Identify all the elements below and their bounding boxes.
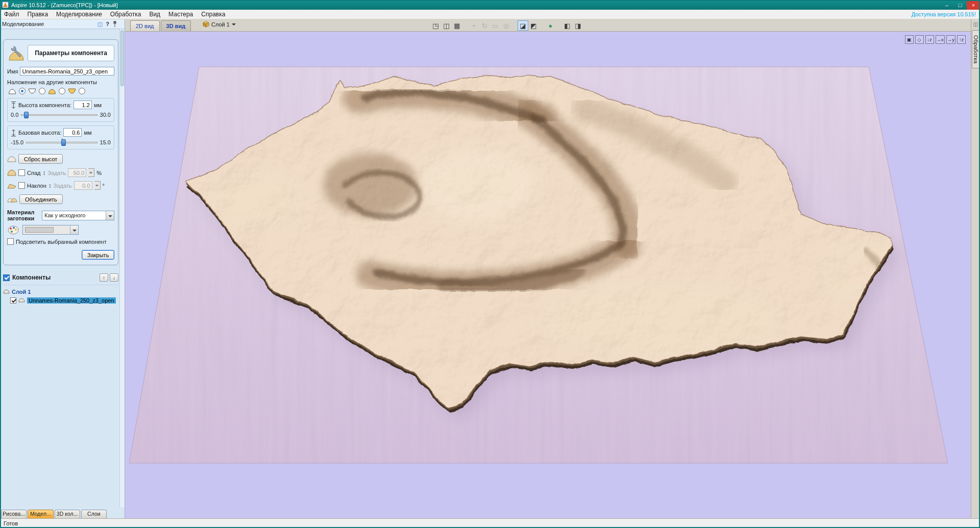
combine-merge-low-radio[interactable] (79, 88, 85, 94)
combine-subtract-icon[interactable] (28, 88, 36, 94)
split-view-h-icon[interactable]: ◧ (562, 20, 573, 31)
move-up-button[interactable]: ↑ (100, 273, 108, 282)
strip-dock-icon[interactable]: ◫ (973, 21, 978, 27)
palette-icon[interactable] (7, 225, 20, 235)
component-name-input[interactable] (20, 67, 114, 76)
fade-spinner[interactable] (88, 168, 94, 177)
fade-unit: % (96, 170, 102, 176)
multi-view-icon[interactable]: ◫ (441, 20, 452, 31)
update-version-link[interactable]: Доступна версия 10.515! (912, 11, 980, 17)
view-side-icon[interactable]: →y (946, 35, 955, 44)
menu-item-view[interactable]: Вид (145, 10, 164, 19)
tab-3d-view[interactable]: 3D вид (161, 20, 191, 31)
combine-merge-high-radio[interactable] (59, 88, 65, 94)
combine-merge-high-icon[interactable] (48, 88, 56, 94)
combine-merge-low-icon[interactable] (68, 88, 76, 94)
combine-add-radio[interactable] (19, 88, 26, 94)
grid-icon[interactable]: ▦ (452, 20, 462, 31)
viewport-toolbar: 2D вид 3D вид Слой 1 ◳ ◫ ▦ + ↻ ▭ (125, 19, 971, 32)
components-title: Компоненты (12, 274, 51, 281)
tilt-value-input[interactable] (74, 181, 92, 190)
merge-button[interactable]: Объединить (19, 194, 63, 204)
height-input[interactable] (74, 100, 92, 109)
pan-icon[interactable]: + (469, 20, 479, 31)
panel-scrollbar-thumb[interactable] (120, 30, 124, 86)
shaded-view-icon[interactable]: ◪ (518, 20, 528, 31)
material-select[interactable]: Как у исходного (42, 211, 114, 220)
panel-scrollbar[interactable] (119, 29, 125, 507)
merge-icon (7, 196, 17, 203)
3d-scene[interactable] (125, 32, 971, 518)
iso-view-icon[interactable]: ◇ (915, 35, 924, 44)
viewport: 2D вид 3D вид Слой 1 ◳ ◫ ▦ + ↻ ▭ (125, 19, 971, 518)
zoom-extents-icon[interactable]: ▣ (905, 35, 914, 44)
close-button[interactable]: × (967, 0, 980, 10)
combine-mode-row (8, 88, 114, 94)
minimize-button[interactable]: – (940, 0, 953, 10)
combine-subtract-radio[interactable] (39, 88, 45, 94)
menu-item-help[interactable]: Справка (197, 10, 229, 19)
zoom-icon[interactable]: ◎ (501, 20, 511, 31)
height-label: Высота компонента: (18, 102, 71, 108)
height-slider[interactable] (21, 111, 97, 118)
zoom-box-icon[interactable]: ▭ (490, 20, 501, 31)
fade-checkbox[interactable] (18, 169, 25, 176)
component-icon (18, 298, 25, 303)
highlight-component-checkbox[interactable] (7, 238, 14, 245)
menu-item-machining[interactable]: Обработка (106, 10, 145, 19)
tab-clipart[interactable]: 3D кол... (55, 510, 80, 518)
panel-help-icon[interactable]: ? (106, 21, 109, 27)
height-min-label: 0.0 (11, 112, 18, 118)
tilt-spinner[interactable] (94, 181, 101, 190)
material-select-arrow-icon (106, 211, 114, 220)
close-panel-button[interactable]: Закрыть (82, 250, 114, 260)
orbit-3d-icon[interactable]: ● (545, 20, 556, 31)
tab-layers[interactable]: Слои (81, 510, 107, 518)
component-params-group: Параметры компонента Имя Наложение на др… (3, 39, 118, 265)
3d-canvas[interactable]: ▣ ◇ ↓z →x →y ↑z (125, 32, 971, 518)
tilt-unit: ° (103, 183, 105, 189)
highlight-component-label: Подсветить выбранный компонент (16, 239, 107, 245)
tab-2d-view[interactable]: 2D вид (130, 20, 160, 31)
wireframe-view-icon[interactable]: ◩ (528, 20, 539, 31)
rotate-view-icon[interactable]: ↻ (479, 20, 490, 31)
tab-modeling[interactable]: Модел... (28, 510, 53, 518)
base-height-slider[interactable] (26, 139, 97, 146)
tab-machining[interactable]: Обработка (972, 30, 980, 68)
panel-pin-icon[interactable] (112, 20, 117, 28)
tilt-checkbox[interactable] (18, 182, 25, 189)
fade-direction-icon[interactable]: ↕ (42, 169, 45, 177)
maximize-button[interactable]: □ (953, 0, 967, 10)
base-height-input[interactable] (63, 128, 82, 137)
component-item-label: Unnames-Romania_250_z3_open (27, 297, 116, 304)
tab-drawing[interactable]: Рисова... (1, 510, 27, 518)
view-nav-icons: ▣ ◇ ↓z →x →y ↑z (905, 35, 966, 44)
fade-set-label: Задать (47, 170, 66, 176)
level-icon (3, 289, 10, 294)
modeling-panel-header: Моделирование ◫ ? (0, 19, 125, 29)
view-top-icon[interactable]: ↓z (925, 35, 934, 44)
menu-item-modeling[interactable]: Моделирование (52, 10, 106, 19)
status-bar: Готов (0, 518, 980, 528)
menu-item-file[interactable]: Файл (0, 10, 23, 19)
combine-add-icon[interactable] (8, 88, 16, 94)
snap-planes-icon[interactable]: ◳ (430, 20, 441, 31)
reset-heights-icon (7, 156, 16, 162)
tree-item-component[interactable]: Unnames-Romania_250_z3_open (3, 296, 118, 305)
components-checkbox[interactable] (3, 274, 10, 281)
panel-dock-icon[interactable]: ◫ (97, 21, 103, 28)
reset-heights-button[interactable]: Сброс высот (18, 154, 63, 164)
menu-item-edit[interactable]: Правка (23, 10, 53, 19)
fade-value-input[interactable] (68, 168, 86, 177)
color-select[interactable] (22, 225, 79, 235)
split-view-v-icon[interactable]: ◨ (573, 20, 583, 31)
component-visible-checkbox[interactable] (10, 297, 16, 304)
view-bottom-icon[interactable]: ↑z (957, 35, 966, 44)
view-front-icon[interactable]: →x (936, 35, 945, 44)
layer-selector[interactable]: Слой 1 (203, 21, 236, 28)
name-label: Имя (7, 68, 18, 74)
move-down-button[interactable]: ↓ (110, 273, 118, 282)
menu-item-gadgets[interactable]: Мастера (164, 10, 197, 19)
tilt-direction-icon[interactable]: ↕ (48, 182, 52, 189)
tree-item-layer[interactable]: Слой 1 (3, 287, 118, 296)
